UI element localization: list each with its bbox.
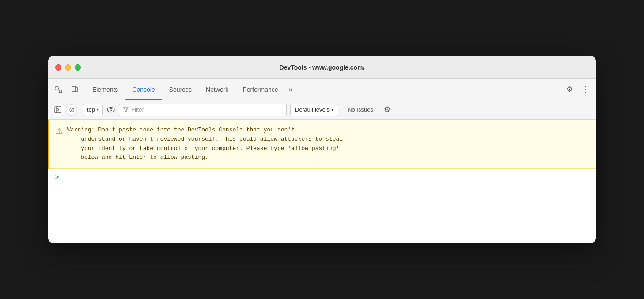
log-levels-selector[interactable]: Default levels ▾ — [290, 104, 338, 116]
devtools-settings-icon[interactable]: ⚙ — [562, 82, 576, 97]
device-toggle-icon[interactable] — [68, 82, 82, 97]
dropdown-arrow-icon: ▾ — [97, 107, 99, 112]
tab-bar-right: ⚙ ⋮ — [562, 82, 592, 97]
tab-console[interactable]: Console — [125, 79, 162, 100]
svg-rect-3 — [76, 88, 78, 91]
console-settings-button[interactable]: ⚙ — [381, 104, 394, 116]
svg-rect-1 — [59, 90, 62, 93]
svg-rect-0 — [56, 86, 59, 90]
sidebar-toggle-button[interactable] — [52, 104, 64, 116]
live-expressions-button[interactable] — [105, 104, 117, 116]
filter-box[interactable] — [119, 104, 287, 116]
tab-performance[interactable]: Performance — [235, 79, 285, 100]
context-selector[interactable]: top ▾ — [83, 104, 103, 116]
devtools-window: DevTools - www.google.com/ Elements Cons… — [48, 56, 596, 243]
traffic-lights — [55, 64, 81, 71]
window-title: DevTools - www.google.com/ — [280, 64, 365, 71]
svg-rect-2 — [72, 86, 76, 92]
minimize-button[interactable] — [65, 64, 71, 71]
svg-point-6 — [107, 107, 114, 112]
clear-console-button[interactable]: ⊘ — [66, 104, 77, 116]
warning-banner: ⚠ Warning: Don't paste code into the Dev… — [48, 120, 596, 169]
prompt-chevron-icon: > — [55, 173, 59, 180]
more-options-icon[interactable]: ⋮ — [578, 82, 592, 97]
filter-icon — [123, 107, 129, 112]
svg-point-7 — [110, 108, 112, 111]
tab-network[interactable]: Network — [199, 79, 235, 100]
issues-counter: No Issues — [342, 104, 379, 116]
console-toolbar: ⊘ top ▾ Default levels ▾ No Issues ⚙ — [48, 100, 596, 120]
title-bar: DevTools - www.google.com/ — [48, 56, 596, 79]
toolbar-divider-1 — [80, 105, 80, 115]
warning-icon: ⚠ — [56, 126, 63, 136]
close-button[interactable] — [55, 64, 61, 71]
console-prompt-line[interactable]: > — [48, 169, 596, 185]
svg-rect-4 — [55, 107, 61, 113]
warning-message: Warning: Don't paste code into the DevTo… — [67, 126, 343, 162]
more-tabs-button[interactable]: » — [285, 79, 296, 100]
console-content: ⚠ Warning: Don't paste code into the Dev… — [48, 120, 596, 243]
tab-bar: Elements Console Sources Network Perform… — [48, 79, 596, 100]
filter-input[interactable] — [131, 106, 283, 113]
inspect-element-icon[interactable] — [52, 82, 66, 97]
maximize-button[interactable] — [75, 64, 81, 71]
tab-sources[interactable]: Sources — [162, 79, 199, 100]
tab-elements[interactable]: Elements — [85, 79, 125, 100]
levels-arrow-icon: ▾ — [331, 107, 333, 112]
tab-bar-icons — [52, 82, 82, 97]
